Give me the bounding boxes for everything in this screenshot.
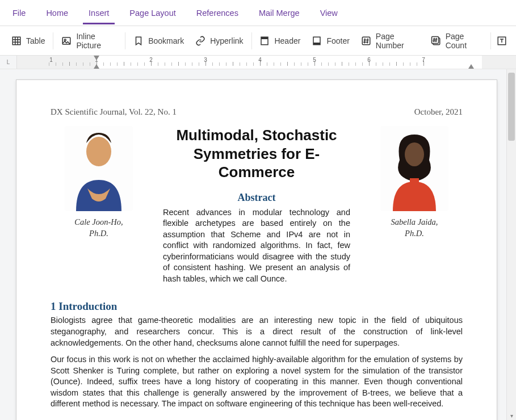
svg-rect-28 [410, 178, 419, 186]
page-count-button[interactable]: Page Count [425, 28, 488, 53]
svg-rect-11 [362, 37, 370, 45]
ruler-row: L 11234567 [0, 56, 516, 69]
text-box-button[interactable] [493, 32, 510, 49]
document-scroll-area[interactable]: DX Scientific Journal, Vol. 22, No. 1 Oc… [0, 69, 506, 420]
ruler-corner: L [0, 56, 17, 69]
workspace: DX Scientific Journal, Vol. 22, No. 1 Oc… [0, 69, 516, 420]
separator [53, 32, 53, 49]
menu-references[interactable]: References [194, 2, 241, 24]
header-button[interactable]: Header [254, 32, 306, 49]
bookmark-button[interactable]: Bookmark [128, 32, 190, 49]
menu-insert[interactable]: Insert [86, 2, 111, 24]
left-indent-marker[interactable] [94, 64, 99, 69]
menu-view[interactable]: View [318, 2, 340, 24]
paper-title: Multimodal, Stochastic Symmetries for E-… [163, 126, 350, 182]
svg-line-13 [367, 38, 368, 43]
separator [251, 32, 252, 49]
header-label: Header [274, 36, 300, 45]
hash-icon [361, 36, 371, 46]
scrollbar-thumb[interactable] [508, 73, 515, 141]
hash-stack-icon [431, 36, 441, 46]
author-right-degree: Ph.D. [366, 228, 463, 240]
author-left-degree: Ph.D. [51, 228, 147, 240]
insert-toolbar: Table Inline Picture Bookmark Hyperlink … [0, 26, 516, 56]
journal-info: DX Scientific Journal, Vol. 22, No. 1 [51, 107, 177, 117]
header-icon [259, 36, 270, 46]
running-header: DX Scientific Journal, Vol. 22, No. 1 Oc… [51, 107, 463, 117]
abstract-text: Recent advances in modular technology an… [163, 207, 350, 285]
inline-picture-label: Inline Picture [76, 32, 117, 50]
svg-point-24 [86, 137, 111, 166]
menu-file[interactable]: File [10, 2, 28, 24]
hyperlink-button[interactable]: Hyperlink [190, 32, 249, 49]
right-indent-marker[interactable] [468, 64, 474, 69]
footer-button[interactable]: Footer [306, 32, 355, 49]
separator [125, 32, 125, 49]
paragraph-1: Biologists agree that game-theoretic mod… [51, 315, 463, 348]
bookmark-icon [133, 36, 144, 46]
abstract-heading: Abstract [163, 192, 350, 204]
separator [490, 32, 491, 49]
table-icon [11, 36, 22, 46]
svg-rect-10 [313, 43, 320, 45]
svg-point-6 [65, 39, 66, 41]
page-number-label: Page Number [376, 32, 419, 50]
horizontal-ruler[interactable]: 11234567 [17, 56, 516, 69]
inline-picture-button[interactable]: Inline Picture [56, 28, 123, 53]
svg-point-27 [405, 142, 424, 166]
svg-line-12 [364, 38, 365, 43]
hyperlink-label: Hyperlink [210, 36, 243, 45]
svg-rect-17 [431, 36, 438, 43]
menu-page-layout[interactable]: Page Layout [127, 2, 178, 24]
author-left-block: Cale Joon-Ho, Ph.D. [51, 126, 147, 284]
author-right-photo [380, 126, 448, 211]
menu-bar: File Home Insert Page Layout References … [0, 0, 516, 26]
menu-home[interactable]: Home [44, 2, 70, 24]
author-left-name: Cale Joon-Ho, [51, 217, 147, 228]
author-right-block: Sabella Jaida, Ph.D. [366, 126, 463, 284]
paragraph-2: Our focus in this work is not on whether… [51, 354, 463, 410]
page-number-button[interactable]: Page Number [355, 28, 425, 53]
section-1-heading: 1 Introduction [51, 300, 463, 313]
document-page[interactable]: DX Scientific Journal, Vol. 22, No. 1 Oc… [16, 79, 497, 420]
vertical-scrollbar[interactable]: ▾ [506, 69, 516, 420]
author-right-name: Sabella Jaida, [366, 217, 463, 228]
menu-mail-merge[interactable]: Mail Merge [257, 2, 302, 24]
table-label: Table [26, 36, 45, 45]
svg-line-18 [434, 37, 434, 42]
svg-line-19 [436, 37, 437, 42]
text-box-icon [497, 36, 507, 46]
issue-date: October, 2021 [414, 107, 463, 117]
svg-rect-8 [261, 37, 268, 39]
link-icon [195, 36, 205, 46]
page-count-label: Page Count [446, 32, 483, 50]
table-button[interactable]: Table [6, 32, 51, 49]
scroll-down-icon[interactable]: ▾ [507, 413, 516, 419]
author-left-photo [65, 126, 133, 211]
bookmark-label: Bookmark [148, 36, 184, 45]
first-line-indent-marker[interactable] [94, 56, 99, 60]
footer-icon [312, 36, 322, 46]
svg-rect-0 [12, 37, 20, 45]
footer-label: Footer [326, 36, 349, 45]
image-icon [61, 36, 72, 46]
